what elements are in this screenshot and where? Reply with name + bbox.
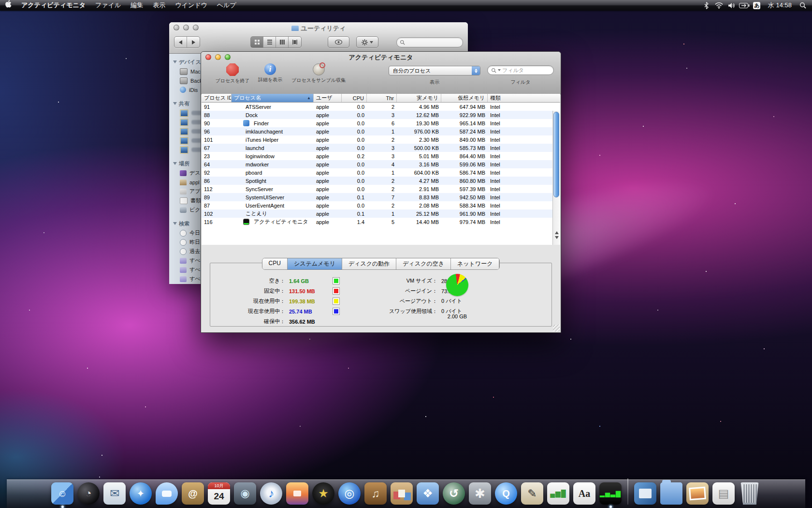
time-machine[interactable]: ↺ [443,482,465,505]
process-row[interactable]: 91 ATSServer apple 0.0 2 4.96 MB 647.94 … [202,103,560,111]
action-button[interactable] [356,36,378,48]
tab[interactable]: CPU [262,258,288,269]
tab[interactable]: ディスクの動作 [342,258,396,269]
info-icon: i [264,63,276,75]
dock: ☺ ◔ ✉ ✦ [0,471,812,508]
process-row[interactable]: 88 Dock apple 0.0 3 12.62 MB 922.99 MB I… [202,111,560,119]
back-button[interactable] [174,37,187,47]
column-header[interactable]: 実メモリ ▲ [397,94,441,102]
disclosure-triangle-icon [173,102,177,105]
scrollbar-arrows[interactable] [553,231,560,244]
menu-item[interactable]: 表示 [148,0,170,11]
sidebar-item-icon [180,189,187,194]
menu-item[interactable]: ヘルプ [212,0,241,11]
coverflow-view-button[interactable] [289,37,301,47]
dashboard[interactable]: ◔ [77,482,100,505]
menu-item[interactable]: ファイル [90,0,126,11]
scrollbar-thumb[interactable] [553,112,559,197]
idvd[interactable]: ◎ [338,482,361,505]
stack-pictures[interactable] [686,482,709,505]
memory-stat-row: VM サイズ： 28.89 GB [375,276,495,286]
column-view-button[interactable] [276,37,289,47]
disclosure-triangle-icon [173,162,177,165]
am-titlebar[interactable]: アクティビティモニタ プロセスを終了 i 詳細を表示 プロセスをサンプル収集 自… [201,52,561,94]
menu-clock[interactable]: 水 14:58 [764,0,796,11]
process-filter-popup[interactable]: 自分のプロセス [389,66,480,75]
itunes[interactable]: ♪ [260,482,282,505]
vertical-scrollbar[interactable] [552,111,560,245]
quicklook-button[interactable] [328,36,349,48]
forward-button[interactable] [187,37,200,47]
inspect-button[interactable]: i 詳細を表示 [253,63,287,83]
finder-titlebar[interactable]: ユーティリティ [169,22,468,54]
system-preferences[interactable]: ✱ [469,482,491,505]
process-row[interactable]: 90 Finder apple 0.0 6 19.30 MB 965.14 MB… [202,119,560,127]
stack-documents[interactable]: ▤ [712,482,735,505]
finder[interactable]: ☺ [51,482,73,505]
volume-icon[interactable] [726,0,737,11]
menu-item[interactable]: 編集 [126,0,148,11]
search-icon [491,68,496,73]
resize-grip[interactable] [553,325,560,331]
filter-search-input[interactable]: フィルタ [487,65,554,75]
folder[interactable] [660,482,682,505]
finder-search-input[interactable] [396,37,463,47]
column-header[interactable]: 仮想メモリ ▲ [441,94,488,102]
numbers[interactable]: ▄▆█ [547,482,569,505]
iweb[interactable] [391,482,413,505]
safari[interactable]: ✦ [130,482,152,505]
stack-photos[interactable] [634,482,656,505]
tab[interactable]: ネットワーク [451,258,499,269]
wifi-icon[interactable] [714,0,725,11]
list-view-button[interactable] [263,37,276,47]
trash[interactable] [739,482,761,505]
sample-process-button[interactable]: プロセスをサンプル収集 [287,63,350,84]
apple-menu[interactable] [0,0,16,11]
process-row[interactable]: 67 launchd apple 0.0 3 500.00 KB 585.73 … [202,144,560,152]
ichat[interactable] [156,482,178,505]
activity-monitor[interactable]: ▂▅▃▇ [599,482,622,505]
process-row[interactable]: 101 iTunes Helper apple 0.0 2 2.30 MB 84… [202,135,560,144]
column-header[interactable]: プロセス ID ▲ [202,94,232,102]
column-header[interactable]: Thr ▲ [367,94,397,102]
input-menu-icon[interactable]: あ [752,0,762,11]
spaces[interactable]: ❖ [417,482,439,505]
battery-icon[interactable] [739,0,750,11]
address-book[interactable]: @ [182,482,204,505]
divider[interactable] [627,478,628,505]
tab[interactable]: ディスクの空き [396,258,451,269]
menu-item[interactable]: ウインドウ [170,0,212,11]
process-row[interactable]: 86 Spotlight apple 0.0 2 4.27 MB 860.80 … [202,177,560,185]
column-header[interactable]: ユーザ ▲ [314,94,342,102]
memory-stat-row: 確保中： 356.62 MB [210,316,375,327]
column-header[interactable]: CPU ▲ [342,94,367,102]
ical[interactable]: 24 10月 [208,482,230,505]
column-header[interactable]: 種類 ▲ [488,94,560,102]
mail[interactable]: ✉ [103,482,126,505]
process-row[interactable]: 112 SyncServer apple 0.0 2 2.91 MB 597.3… [202,185,560,193]
iphoto[interactable] [286,482,308,505]
tab[interactable]: システムメモリ [288,258,342,269]
imovie[interactable]: ★ [312,482,334,505]
process-row[interactable]: 92 pboard apple 0.0 1 604.00 KB 586.74 M… [202,168,560,177]
process-row[interactable]: 23 loginwindow apple 0.2 3 5.01 MB 864.4… [202,152,560,160]
column-header[interactable]: プロセス名 ▲ [232,94,314,102]
pages[interactable]: ✎ [521,482,543,505]
bluetooth-icon[interactable] [701,0,712,11]
icon-view-button[interactable] [251,37,263,47]
process-row[interactable]: 116 アクティビティモニタ apple 1.4 5 14.40 MB 979.… [202,218,560,226]
garageband[interactable]: ♫ [364,482,387,505]
process-row[interactable]: 64 mdworker apple 0.0 4 3.16 MB 599.06 M… [202,160,560,168]
quit-process-button[interactable]: プロセスを終了 [212,63,253,84]
process-row[interactable]: 102 ことえり apple 0.1 1 25.12 MB 961.90 MB … [202,209,560,218]
menu-app-name[interactable]: アクティビティモニタ [16,0,90,11]
process-row[interactable]: 87 UserEventAgent apple 0.0 2 2.08 MB 58… [202,201,560,209]
quicktime[interactable]: Q [495,482,517,505]
spotlight-icon[interactable] [798,0,808,11]
photo-booth[interactable]: ◉ [234,482,256,505]
process-row[interactable]: 89 SystemUIServer apple 0.1 7 8.83 MB 94… [202,193,560,201]
sidebar-item-icon [180,137,188,145]
font-book[interactable]: Aa [573,482,595,505]
process-row[interactable]: 96 imklaunchagent apple 0.0 1 976.00 KB … [202,127,560,135]
sidebar-item-icon [180,239,187,246]
